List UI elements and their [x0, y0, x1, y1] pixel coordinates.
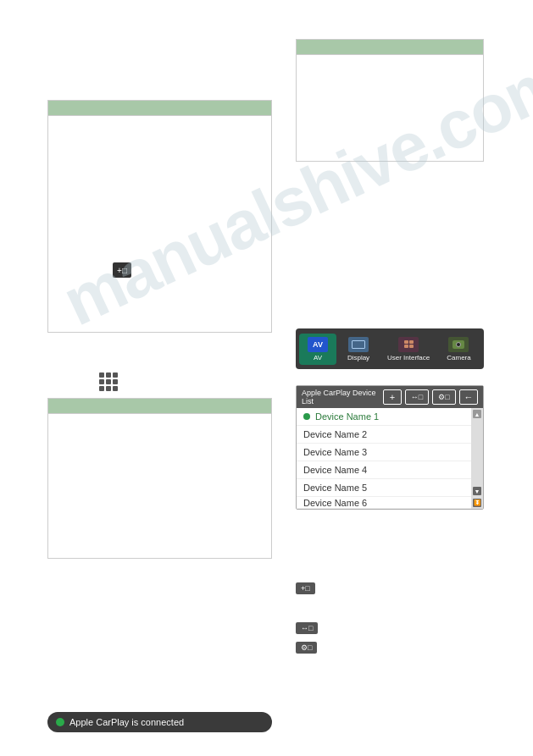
av-icon-label: AV [313, 340, 323, 349]
toolbar-item-camera[interactable]: Camera [440, 334, 477, 365]
panel-top-left [47, 100, 272, 333]
connected-indicator [303, 413, 310, 420]
device-list-settings-button[interactable]: ⚙□ [432, 389, 456, 405]
panel-bottom-left [47, 398, 272, 559]
device-name: Device Name 5 [303, 483, 367, 493]
device-list-title: Apple CarPlay Device List [302, 389, 380, 406]
toolbar-av-label: AV [314, 354, 322, 361]
device-name: Device Name 1 [315, 411, 379, 422]
device-list-item[interactable]: Device Name 2 [297, 426, 471, 444]
add-icon-top-left[interactable]: +□ [113, 262, 131, 278]
device-list-item[interactable]: Device Name 6 [297, 497, 471, 509]
user-interface-icon [398, 337, 419, 352]
device-list-item[interactable]: Device Name 3 [297, 444, 471, 461]
add-device-button[interactable]: +□ [296, 582, 315, 594]
toolbar-camera-label: Camera [447, 354, 470, 361]
device-list-item[interactable]: Device Name 1 [297, 408, 471, 426]
connect-device-button[interactable]: ↔□ [296, 622, 318, 634]
grid-cell [106, 386, 111, 391]
device-list-connect-button[interactable]: ↔□ [405, 389, 429, 405]
av-icon: AV [308, 337, 328, 352]
scroll-up-button[interactable]: ▲ [473, 410, 481, 418]
toolbar-ui-label: User Interface [387, 354, 430, 361]
camera-body [452, 340, 464, 349]
ui-cell [404, 340, 408, 344]
status-bar-text: Apple CarPlay is connected [69, 717, 184, 727]
toolbar-display-label: Display [347, 354, 369, 361]
settings-device-icon: ⚙□ [301, 643, 312, 652]
device-name: Device Name 3 [303, 447, 367, 457]
device-list-item[interactable]: Device Name 5 [297, 479, 471, 497]
display-icon-screen [352, 340, 365, 349]
grid-cell [113, 372, 118, 378]
camera-lens [456, 342, 461, 347]
device-name: Device Name 4 [303, 465, 367, 475]
status-bar: Apple CarPlay is connected [47, 712, 272, 732]
panel-bottom-left-header [48, 399, 271, 414]
device-list-panel: Apple CarPlay Device List + ↔□ ⚙□ ← Devi… [296, 385, 484, 510]
device-list-header: Apple CarPlay Device List + ↔□ ⚙□ ← [297, 386, 483, 408]
toolbar: AV AV Display User Interface [296, 328, 484, 369]
ui-cell [404, 345, 408, 348]
status-connected-dot [56, 718, 64, 726]
grid-cell [113, 386, 118, 391]
panel-top-left-header [48, 101, 271, 116]
connect-device-icon: ↔□ [301, 624, 313, 632]
scrollbar[interactable]: ▲ ▼ ⏬ [471, 408, 483, 509]
device-list-item[interactable]: Device Name 4 [297, 461, 471, 479]
panel-top-right-header [297, 40, 483, 55]
scroll-bottom-button[interactable]: ⏬ [473, 499, 481, 507]
toolbar-item-display[interactable]: Display [340, 334, 377, 365]
toolbar-item-user-interface[interactable]: User Interface [380, 334, 436, 365]
ui-icon-row1 [404, 340, 414, 344]
settings-device-button[interactable]: ⚙□ [296, 642, 317, 654]
device-list-header-icons: + ↔□ ⚙□ ← [383, 389, 478, 405]
device-name: Device Name 2 [303, 429, 367, 439]
scroll-down-button[interactable]: ▼ [473, 487, 481, 495]
device-name: Device Name 6 [303, 498, 367, 508]
grid-icon[interactable] [99, 372, 118, 391]
add-device-icon: +□ [301, 584, 310, 593]
device-list-add-button[interactable]: + [383, 389, 402, 405]
grid-cell [113, 379, 118, 384]
grid-cell [106, 379, 111, 384]
plus-symbol: +□ [117, 266, 127, 275]
grid-cell [99, 372, 104, 378]
device-list-back-button[interactable]: ← [459, 389, 478, 405]
grid-cell [106, 372, 111, 378]
ui-cell [409, 345, 414, 348]
grid-cell [99, 386, 104, 391]
device-list-body: Device Name 1 Device Name 2 Device Name … [297, 408, 483, 509]
camera-icon [448, 337, 469, 352]
display-icon [348, 337, 369, 352]
grid-cell [99, 379, 104, 384]
ui-cell [409, 340, 414, 344]
ui-icon-row2 [404, 345, 414, 348]
panel-top-right [296, 39, 484, 162]
toolbar-item-av[interactable]: AV AV [299, 334, 336, 365]
